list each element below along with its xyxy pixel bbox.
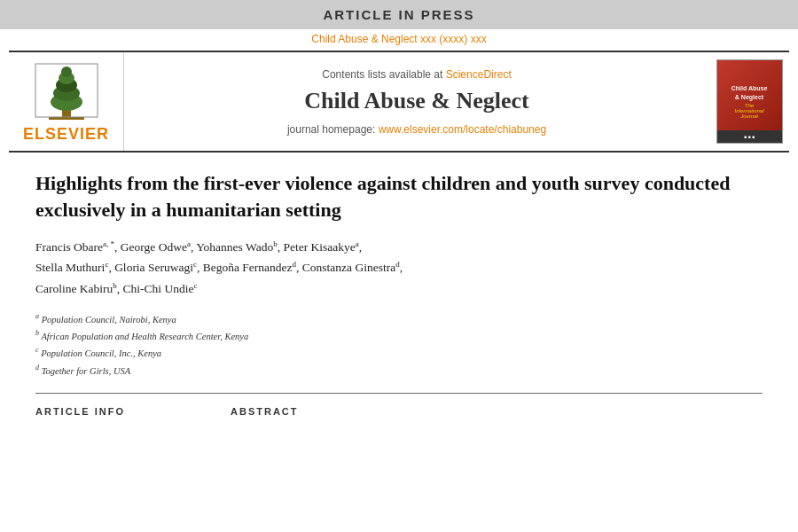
author-10: Chi-Chi Undiec [123, 282, 198, 295]
sciencedirect-link[interactable]: ScienceDirect [446, 68, 512, 81]
main-content: Highlights from the first-ever violence … [0, 153, 798, 426]
affil-b: b African Population and Health Research… [35, 327, 763, 344]
author-5: Stella Muthuric, [35, 261, 112, 274]
author-4: Peter Kisaakyea, [283, 240, 362, 254]
homepage-label: journal homepage: [287, 123, 379, 136]
author-6: Gloria Seruwagic, [114, 261, 200, 274]
cover-bottom-bar: ■ ■ ■ [717, 130, 782, 143]
article-title: Highlights from the first-ever violence … [35, 170, 763, 223]
affil-c: c Population Council, Inc., Kenya [35, 344, 763, 361]
author-2: George Odwea, [121, 240, 193, 254]
abstract-label: ABSTRACT [231, 406, 299, 417]
sciencedirect-line: Contents lists available at ScienceDirec… [322, 68, 511, 81]
author-7: Begoña Fernandezd, [203, 261, 300, 274]
affil-a: a Population Council, Nairobi, Kenya [35, 310, 763, 327]
sciencedirect-label-text: Contents lists available at [322, 68, 445, 81]
section-divider [35, 393, 763, 394]
affil-d: d Together for Girls, USA [35, 362, 763, 379]
authors-line: Francis Obarea, *, George Odwea, Yohanne… [35, 237, 763, 299]
cover-subtitle: TheInternationalJournal [734, 103, 763, 119]
author-8: Constanza Ginestrad, [302, 261, 403, 274]
svg-point-6 [61, 66, 72, 77]
elsevier-logo-section: ELSEVIER [9, 52, 124, 151]
elsevier-tree-icon [31, 59, 102, 121]
homepage-url-link[interactable]: www.elsevier.com/locate/chiabuneg [379, 123, 546, 136]
cover-title: Child Abuse& Neglect [732, 84, 768, 100]
author-9: Caroline Kabirub, [35, 282, 120, 295]
article-in-press-banner: ARTICLE IN PRESS [0, 0, 798, 29]
journal-reference-line: Child Abuse & Neglect xxx (xxxx) xxx [0, 29, 798, 51]
bottom-section-labels: ARTICLE INFO ABSTRACT [35, 406, 763, 417]
affiliations: a Population Council, Nairobi, Kenya b A… [35, 310, 763, 379]
author-3: Yohannes Wadob, [196, 240, 280, 254]
homepage-line: journal homepage: www.elsevier.com/locat… [287, 123, 546, 136]
journal-cover-image: Child Abuse& Neglect TheInternationalJou… [716, 59, 783, 144]
article-info-label: ARTICLE INFO [35, 406, 231, 417]
journal-header: ELSEVIER Contents lists available at Sci… [9, 51, 789, 153]
journal-cover-section: Child Abuse& Neglect TheInternationalJou… [709, 52, 789, 151]
journal-ref-link[interactable]: Child Abuse & Neglect xxx (xxxx) xxx [311, 33, 486, 45]
author-1: Francis Obarea, *, [35, 240, 117, 254]
journal-info-section: Contents lists available at ScienceDirec… [124, 52, 709, 151]
cover-bottom-bar-text: ■ ■ ■ [744, 134, 755, 139]
journal-title: Child Abuse & Neglect [304, 88, 529, 114]
elsevier-brand-text: ELSEVIER [23, 125, 109, 144]
